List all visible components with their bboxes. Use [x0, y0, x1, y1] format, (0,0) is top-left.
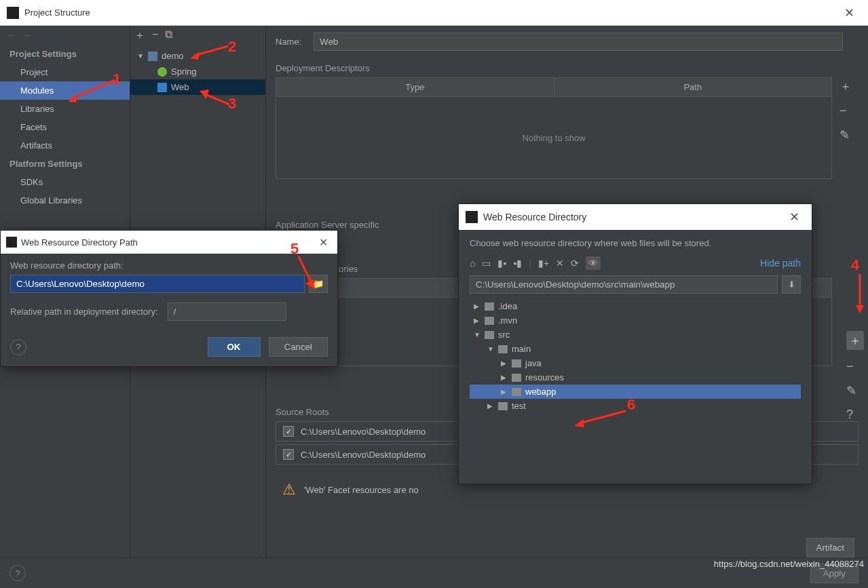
dir-tree-label: main — [512, 344, 531, 354]
tree-label: demo — [162, 51, 184, 61]
create-artifact-button[interactable]: Artifact — [806, 538, 854, 557]
folder-icon — [512, 374, 521, 382]
dir-tree-item-.idea[interactable]: ▶.idea — [470, 299, 801, 313]
edit-icon[interactable]: ✎ — [839, 128, 852, 142]
delete-icon[interactable]: ✕ — [556, 258, 564, 269]
window-close-icon[interactable]: ✕ — [837, 5, 861, 20]
deployment-table: Type Path Nothing to show ＋ − ✎ — [276, 77, 832, 179]
directory-path-input[interactable] — [10, 275, 305, 293]
table-empty: Nothing to show — [276, 97, 831, 178]
add-module-icon[interactable]: ＋ — [134, 28, 145, 43]
nav-modules[interactable]: Modules — [0, 81, 130, 100]
web-icon — [157, 83, 167, 92]
checkbox-icon[interactable]: ✓ — [283, 449, 294, 460]
dropdown-icon[interactable]: ⬇ — [782, 275, 801, 294]
help-button[interactable]: ? — [10, 565, 26, 581]
show-hidden-icon[interactable]: 👁 — [586, 256, 601, 270]
close-icon[interactable]: ✕ — [784, 210, 805, 224]
expand-icon[interactable]: ▼ — [474, 331, 480, 338]
source-root-path: C:\Users\Lenovo\Desktop\demo — [301, 450, 426, 460]
remove-module-icon[interactable]: − — [152, 28, 158, 43]
titlebar: Project Structure ✕ — [0, 0, 868, 26]
dir-tree-item-test[interactable]: ▶test — [470, 399, 801, 413]
ok-button[interactable]: OK — [208, 337, 261, 357]
col-type: Type — [276, 78, 554, 96]
add-icon[interactable]: ＋ — [839, 78, 852, 94]
app-logo-icon — [466, 211, 478, 223]
dialog-title: Web Resource Directory — [483, 212, 784, 222]
expand-icon[interactable]: ▶ — [487, 402, 494, 410]
remove-icon[interactable]: − — [846, 359, 864, 374]
dir-tree-label: webapp — [525, 387, 556, 397]
tree-item-web[interactable]: Web — [130, 79, 265, 95]
expand-icon[interactable]: ▶ — [474, 317, 480, 324]
dialog-titlebar: Web Resource Directory Path ✕ — [1, 231, 337, 254]
dir-tree-item-webapp[interactable]: ▶webapp — [470, 385, 801, 399]
path-input[interactable] — [470, 275, 778, 294]
dialog-description: Choose web resource directory where web … — [470, 238, 801, 248]
remove-icon[interactable]: − — [839, 104, 852, 118]
dir-tree-item-main[interactable]: ▼main — [470, 342, 801, 356]
expand-icon[interactable]: ▶ — [501, 374, 508, 381]
dir-tree-label: .idea — [498, 301, 517, 311]
section-title: Deployment Descriptors — [276, 63, 858, 73]
dialog-buttons: ? OK Cancel — [1, 328, 337, 366]
cancel-button[interactable]: Cancel — [269, 337, 328, 357]
add-icon[interactable]: ＋ — [846, 331, 864, 350]
project-icon[interactable]: ▮▪ — [497, 258, 506, 269]
dialog-titlebar: Web Resource Directory ✕ — [459, 204, 812, 230]
name-input[interactable] — [314, 33, 843, 51]
home-icon[interactable]: ⌂ — [470, 258, 475, 269]
dialog-body: Web resource directory path: 📁 Relative … — [1, 254, 337, 328]
relative-path-input[interactable] — [168, 302, 286, 321]
dir-tree-item-java[interactable]: ▶java — [470, 356, 801, 370]
dialog-body: Choose web resource directory where web … — [459, 230, 812, 484]
project-settings-header: Project Settings — [0, 45, 130, 63]
nav-artifacts[interactable]: Artifacts — [0, 136, 130, 155]
refresh-icon[interactable]: ⟳ — [571, 258, 579, 269]
hide-path-link[interactable]: Hide path — [760, 258, 801, 269]
tree-item-demo[interactable]: ▼ demo — [130, 48, 265, 64]
help-button[interactable]: ? — [10, 339, 26, 355]
dir-tree-item-.mvn[interactable]: ▶.mvn — [470, 313, 801, 328]
dialog-title: Web Resource Directory Path — [21, 237, 315, 248]
nav-arrows: ← → — [0, 26, 130, 45]
window-title: Project Structure — [24, 7, 837, 18]
folder-icon — [498, 402, 508, 410]
folder-icon — [148, 52, 157, 61]
nav-sdks[interactable]: SDKs — [0, 173, 130, 191]
name-label: Name: — [276, 37, 301, 47]
name-row: Name: — [276, 33, 858, 51]
dir-tree-item-resources[interactable]: ▶resources — [470, 370, 801, 385]
folder-icon — [512, 359, 521, 368]
checkbox-icon[interactable]: ✓ — [283, 426, 294, 437]
expand-icon[interactable]: ▶ — [501, 359, 508, 367]
expand-icon[interactable]: ▼ — [137, 52, 144, 60]
nav-global-libraries[interactable]: Global Libraries — [0, 191, 130, 210]
expand-icon[interactable]: ▶ — [474, 302, 480, 310]
expand-icon[interactable]: ▼ — [487, 345, 494, 353]
help-icon[interactable]: ? — [846, 408, 864, 422]
tree-label: Spring — [171, 66, 197, 77]
warning-icon: ⚠ — [282, 481, 296, 498]
expand-icon[interactable]: ▶ — [501, 388, 508, 395]
nav-forward-icon[interactable]: → — [22, 30, 31, 41]
edit-icon[interactable]: ✎ — [846, 383, 864, 398]
nav-libraries[interactable]: Libraries — [0, 100, 130, 118]
desktop-icon[interactable]: ▭ — [482, 258, 491, 269]
nav-back-icon[interactable]: ← — [7, 30, 16, 41]
tree-item-spring[interactable]: Spring — [130, 64, 265, 79]
new-folder-icon[interactable]: ▮+ — [538, 258, 549, 269]
source-root-path: C:\Users\Lenovo\Desktop\demo — [301, 427, 426, 437]
nav-facets[interactable]: Facets — [0, 118, 130, 136]
copy-module-icon[interactable]: ⧉ — [165, 28, 172, 43]
browse-folder-icon[interactable]: 📁 — [309, 275, 328, 293]
nav-project[interactable]: Project — [0, 63, 130, 81]
tree-label: Web — [171, 82, 189, 92]
folder-icon — [485, 331, 494, 339]
close-icon[interactable]: ✕ — [315, 236, 332, 249]
module-icon[interactable]: ▪▮ — [513, 258, 522, 269]
watermark: https://blog.csdn.net/weixin_44088274 — [714, 559, 864, 569]
dir-tree-item-src[interactable]: ▼src — [470, 328, 801, 342]
field-label: Relative path in deployment directory: — [10, 307, 158, 317]
